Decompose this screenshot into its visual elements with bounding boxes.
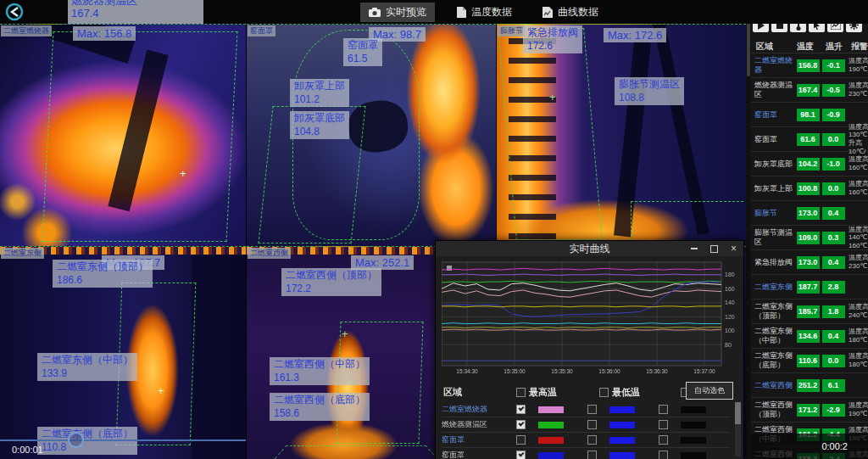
table-row[interactable]: 二燃室东侧（中部）134.60.4温度高180℃ [751,324,868,349]
max-checkbox[interactable] [516,435,526,445]
min-checkbox[interactable] [587,435,597,445]
back-button[interactable] [3,2,32,22]
camera-panel-burner[interactable]: 二燃室燃烧器 Max: 156.8 + [0,24,246,246]
legend-row[interactable]: 燃烧器测温区 [442,417,730,433]
close-icon[interactable]: × [731,243,737,254]
avg-checkbox[interactable] [659,451,668,459]
camera-panel-expansion-joint[interactable]: 膨胀节 紧急排放阀 172.6 Max: 172.6 膨胀节测温区 108.8 … [497,24,746,246]
region-label-burner-zone[interactable]: 燃烧器测温区 167.4 [68,0,203,24]
region-name[interactable]: 二燃室燃烧器 [751,56,795,75]
legend-row[interactable]: 二燃室燃烧器 [442,402,730,417]
crosshair-icon: + [342,327,348,340]
table-header: 区域 温度 温升 报警规则 [751,39,868,53]
avg-checkbox[interactable] [659,405,668,414]
region-name[interactable]: 二燃室西侧（顶部） [751,400,795,419]
legend-scrollbar[interactable] [735,402,741,456]
maximize-icon[interactable] [710,245,718,253]
region-name[interactable]: 紧急排放阀 [751,258,795,267]
table-row[interactable]: 燃烧器测温区167.4-0.5温度高230℃ [751,78,868,103]
table-row[interactable]: 二燃室燃烧器156.8-0.1温度高190℃ [751,53,868,78]
max-color-swatch[interactable] [537,421,565,429]
annotation-name: 卸灰罩底部 [294,112,345,124]
region-annotation[interactable]: 二燃室西侧（底部） 158.6 [270,393,370,421]
region-annotation[interactable]: 卸灰罩上部 101.2 [290,79,349,107]
table-row[interactable]: 卸灰罩上部100.80.0温度高160℃ [751,176,868,201]
avg-color-swatch[interactable] [680,451,707,459]
region-annotation[interactable]: 卸灰罩底部 104.8 [290,111,349,139]
region-name[interactable]: 膨胀节测温区 [751,228,795,247]
min-checkbox[interactable] [587,451,597,459]
live-preview-button[interactable]: 实时预览 [360,3,435,22]
max-checkbox[interactable] [516,405,526,414]
table-row[interactable]: 二燃室西侧251.26.1 [751,373,868,398]
camera-panel-east-chamber[interactable]: 二燃室东侧 Max: 187.7 二燃室东侧（顶部） 186.6 二燃室东侧（中… [0,246,246,459]
min-color-swatch[interactable] [609,406,636,414]
max-color-swatch[interactable] [537,406,565,414]
region-annotation[interactable]: 膨胀节测温区 108.8 [615,77,684,105]
region-name[interactable]: 膨胀节 [751,209,795,218]
camera-panel-kiln-hood[interactable]: 窑面罩 Max: 98.7 窑面罩 61.5 卸灰罩上部 101.2 卸灰罩底部… [247,24,496,246]
temperature-data-button[interactable]: 温度数据 [448,3,520,22]
region-name[interactable]: 燃烧器测温区 [751,81,795,99]
region-name[interactable]: 二燃室西侧 [751,381,795,390]
region-name[interactable]: 二燃室东侧（底部） [751,351,795,370]
legend-row[interactable]: 窑面罩 [442,448,730,459]
video-progress-bar[interactable] [0,439,246,441]
avg-checkbox[interactable] [659,420,668,429]
max-checkbox[interactable] [516,451,526,459]
avg-color-swatch[interactable] [680,436,707,445]
region-annotation[interactable]: 窑面罩 61.5 [343,38,382,66]
region-name[interactable]: 窑面罩 [751,135,795,144]
table-row[interactable]: 紧急排放阀173.00.4温度高230℃ [751,250,868,275]
avg-color-swatch[interactable] [680,406,707,414]
realtime-curve-window[interactable]: 实时曲线 × 1801601401201008015:34:3015:35:00… [435,240,744,459]
min-checkbox[interactable] [587,420,597,429]
max-color-swatch[interactable] [537,436,565,445]
camera-panel-west-chamber[interactable]: 二燃室西侧 Max: 252.1 二燃室西侧（顶部） 172.2 二燃室西侧（中… [247,246,441,459]
table-row[interactable]: 窑面罩61.60.0温度高130℃升高10℃/ [751,127,868,152]
region-name[interactable]: 窑面罩 [751,110,795,120]
region-name[interactable]: 二燃室东侧（中部） [751,327,795,345]
scrollbar-thumb[interactable] [735,402,741,424]
max-checkbox[interactable] [516,420,526,429]
table-row[interactable]: 膨胀节173.00.4 [751,201,868,226]
min-color-swatch[interactable] [609,436,636,445]
table-row[interactable]: 二燃室西侧（顶部）171.2-2.9温度高190℃ [751,398,868,423]
table-row[interactable]: 二燃室东侧187.72.8 [751,275,868,299]
region-name[interactable]: 卸灰罩上部 [751,184,795,193]
region-name[interactable]: 二燃室东侧 [751,283,795,292]
alarm-rule: 温度高160℃ [846,180,868,196]
region-annotation[interactable]: 二燃室西侧（顶部） 172.2 [281,268,381,296]
region-annotation[interactable]: 二燃室东侧（顶部） 186.6 [53,260,153,288]
min-checkbox[interactable] [587,405,597,414]
video-scrub-handle[interactable] [68,432,84,448]
min-checkbox[interactable] [599,388,609,397]
table-row[interactable]: 二燃室东侧（底部）110.60.0温度高180℃ [751,349,868,373]
region-annotation[interactable]: 二燃室西侧（中部） 161.3 [270,357,370,385]
min-color-swatch[interactable] [609,421,636,429]
x-tick-label: 15:36:30 [646,368,668,374]
temperature-value: 109.0 [797,232,820,244]
avg-color-swatch[interactable] [680,421,707,429]
table-row[interactable]: 膨胀节测温区109.00.3温度高140℃160℃ [751,226,868,250]
region-annotation[interactable]: 二燃室东侧（中部） 133.9 [37,353,137,381]
legend-row[interactable]: 窑面罩 [442,433,730,448]
max-color-swatch[interactable] [537,451,565,459]
region-annotation[interactable]: 紧急排放阀 172.6 [523,25,582,53]
region-name[interactable]: 卸灰罩底部 [751,160,795,169]
legend-rows: 二燃室燃烧器燃烧器测温区窑面罩窑面罩卸灰罩底部 [442,402,730,459]
max-checkbox[interactable] [516,388,526,397]
temperature-rise-value: -0.5 [822,84,845,97]
table-row[interactable]: 二燃室东侧（顶部）185.71.8温度高240℃ [751,299,868,324]
auto-color-button[interactable]: 自动选色 [686,382,733,400]
alarm-rule: 温度高180℃ [846,352,868,368]
avg-checkbox[interactable] [659,435,668,445]
col-temp: 温度 [797,41,814,53]
table-row[interactable]: 卸灰罩底部104.2-1.0温度高160℃ [751,152,868,176]
scrollbar-thumb[interactable] [747,24,750,76]
structure-silhouette [192,255,246,459]
min-color-swatch[interactable] [609,451,636,459]
curve-data-button[interactable]: 曲线数据 [534,3,607,22]
minimize-icon[interactable] [691,248,698,249]
region-name[interactable]: 二燃室东侧（顶部） [751,302,795,321]
